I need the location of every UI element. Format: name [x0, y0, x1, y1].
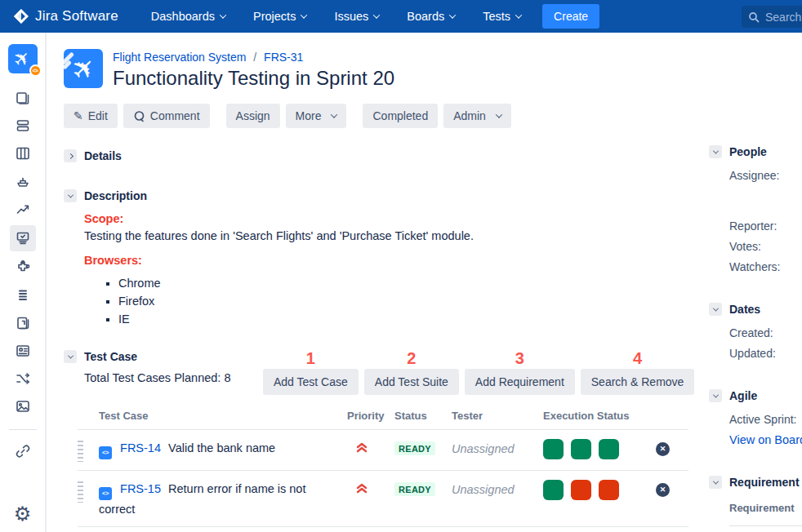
- issue-key-link[interactable]: FRS-14: [120, 441, 161, 454]
- people-section: People Assignee: Reporter: Votes: Watche…: [709, 145, 802, 273]
- settings-gear-icon[interactable]: ⚙: [14, 504, 32, 524]
- breadcrumb: Flight Reservation System / FRS-31: [113, 51, 394, 64]
- test-case-collapse-toggle[interactable]: [64, 350, 77, 363]
- jira-diamond-icon: [13, 8, 29, 24]
- add-test-suite-button[interactable]: Add Test Suite: [364, 369, 459, 395]
- drag-handle[interactable]: [78, 481, 83, 503]
- col-tester: Tester: [452, 410, 543, 429]
- link-icon[interactable]: [10, 440, 36, 463]
- people-collapse-toggle[interactable]: [709, 145, 722, 158]
- tests-icon-active[interactable]: [10, 225, 36, 251]
- execution-status-cell: [543, 480, 656, 500]
- requirement-heading: Requirement: [729, 476, 800, 489]
- chevron-down-icon: [220, 11, 226, 18]
- board-icon[interactable]: [10, 142, 36, 165]
- global-search[interactable]: [742, 6, 802, 28]
- scope-text: Testing the features done in 'Search Fli…: [84, 229, 802, 242]
- issue-toolbar: ✎ Edit Comment Assign More Completed Adm…: [64, 104, 802, 128]
- chevron-down-icon: [712, 478, 718, 484]
- left-sidebar: ✈ <> ⚙: [0, 33, 47, 532]
- dates-heading: Dates: [729, 303, 760, 316]
- col-status: Status: [394, 410, 452, 429]
- execution-status-cell: [543, 439, 656, 459]
- details-expand-toggle[interactable]: [64, 149, 77, 162]
- drag-handle[interactable]: [78, 441, 83, 462]
- issue-key-link[interactable]: FRS-15: [120, 482, 161, 495]
- requirement-collapse-toggle[interactable]: [709, 476, 722, 489]
- agile-collapse-toggle[interactable]: [709, 389, 722, 402]
- table-row: <> FRS-15 Return error if name is not co…: [78, 470, 688, 526]
- chevron-down-icon: [373, 11, 380, 18]
- votes-label: Votes:: [729, 240, 802, 253]
- remove-row-icon[interactable]: ✕: [656, 483, 670, 497]
- pages-icon[interactable]: [10, 312, 36, 335]
- execution-status-square[interactable]: [599, 480, 619, 500]
- media-icon[interactable]: [10, 395, 36, 418]
- priority-highest-icon: [347, 482, 394, 498]
- test-case-section: Test Case Total Test Cases Planned: 8 1 …: [64, 350, 802, 532]
- project-avatar[interactable]: ✈ <>: [8, 44, 38, 73]
- test-case-heading: Test Case: [84, 350, 137, 363]
- sprints-icon[interactable]: [10, 114, 36, 137]
- people-heading: People: [729, 145, 767, 158]
- breadcrumb-project-link[interactable]: Flight Reservation System: [113, 51, 246, 64]
- profile-card-icon[interactable]: [10, 339, 36, 362]
- admin-button[interactable]: Admin: [443, 104, 511, 128]
- execution-status-square[interactable]: [543, 439, 564, 459]
- add-requirement-button[interactable]: Add Requirement: [465, 369, 575, 395]
- execution-status-square[interactable]: [543, 480, 564, 500]
- jira-logo[interactable]: Jira Software: [13, 8, 118, 24]
- test-case-actions: 1 Add Test Case 2 Add Test Suite 3 Add R…: [263, 350, 694, 395]
- add-test-case-button[interactable]: Add Test Case: [263, 369, 359, 395]
- issue-avatar[interactable]: ✈: [64, 49, 103, 88]
- menu-projects[interactable]: Projects: [253, 10, 306, 23]
- test-case-type-icon: <>: [99, 446, 112, 459]
- search-input[interactable]: [765, 11, 802, 24]
- edit-button[interactable]: ✎ Edit: [64, 104, 118, 128]
- col-test-case: Test Case: [99, 410, 347, 429]
- releases-icon[interactable]: [10, 170, 36, 193]
- search-and-remove-button[interactable]: Search & Remove: [581, 369, 695, 395]
- backlog-icon[interactable]: [10, 86, 36, 109]
- execution-status-square[interactable]: [571, 439, 591, 459]
- addons-icon[interactable]: [10, 256, 36, 279]
- total-test-cases-label: Total Test Cases Planned: 8: [84, 371, 263, 384]
- create-button[interactable]: Create: [542, 4, 599, 29]
- view-on-board-link[interactable]: View on Board: [729, 433, 802, 446]
- reporter-label: Reporter:: [729, 219, 802, 233]
- reports-icon[interactable]: [10, 197, 36, 220]
- test-case-table: Test Case Priority Status Tester Executi…: [78, 410, 688, 532]
- requirement-divider: [729, 525, 802, 526]
- remove-row-icon[interactable]: ✕: [656, 442, 670, 456]
- chevron-down-icon: [67, 192, 73, 197]
- annotation-4: 4: [633, 350, 642, 366]
- menu-boards[interactable]: Boards: [407, 10, 455, 23]
- menu-issues[interactable]: Issues: [334, 10, 379, 23]
- dates-collapse-toggle[interactable]: [709, 303, 722, 316]
- assign-button[interactable]: Assign: [226, 104, 280, 128]
- table-row: <> FRS-16 Return error if age is not REA…: [78, 526, 688, 532]
- menu-dashboards[interactable]: Dashboards: [151, 10, 225, 23]
- execution-status-square[interactable]: [571, 480, 591, 500]
- execution-status-square[interactable]: [599, 439, 619, 459]
- comment-button[interactable]: Comment: [123, 104, 210, 128]
- test-case-type-icon: <>: [99, 487, 112, 500]
- description-heading: Description: [84, 189, 147, 202]
- page-title: Functionality Testing in Sprint 20: [113, 67, 394, 90]
- agile-section: Agile Active Sprint: View on Board: [709, 389, 802, 446]
- list-icon[interactable]: [10, 284, 36, 307]
- description-collapse-toggle[interactable]: [64, 189, 77, 202]
- more-button[interactable]: More: [286, 104, 347, 128]
- scope-label: Scope:: [84, 212, 802, 225]
- comment-bubble-icon: [133, 110, 145, 122]
- test-case-summary: Valid the bank name: [168, 441, 275, 454]
- menu-tests[interactable]: Tests: [483, 10, 521, 23]
- completed-button[interactable]: Completed: [363, 104, 438, 128]
- shuffle-icon[interactable]: [10, 367, 36, 390]
- breadcrumb-issue-link[interactable]: FRS-31: [264, 51, 303, 64]
- active-sprint-label: Active Sprint:: [729, 413, 802, 426]
- list-item: Firefox: [118, 295, 802, 308]
- tester-value: Unassigned: [452, 483, 543, 496]
- status-badge: READY: [394, 441, 435, 455]
- col-priority: Priority: [347, 410, 394, 429]
